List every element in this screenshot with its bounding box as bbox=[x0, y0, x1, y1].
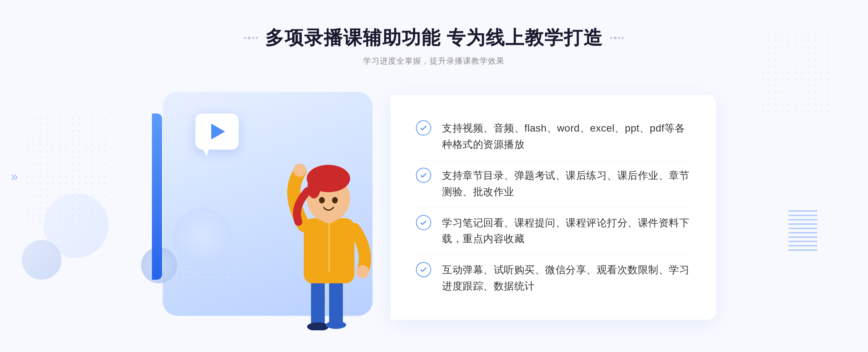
play-speech-bubble bbox=[195, 113, 239, 150]
svg-point-15 bbox=[319, 197, 325, 203]
svg-rect-1 bbox=[22, 116, 109, 224]
page-title: 多项录播课辅助功能 专为线上教学打造 bbox=[265, 25, 603, 51]
svg-point-9 bbox=[293, 164, 306, 177]
svg-point-14 bbox=[310, 176, 320, 196]
feature-text-1: 支持视频、音频、flash、word、excel、ppt、pdf等各种格式的资源… bbox=[442, 120, 691, 153]
decorator-dots-right bbox=[610, 37, 624, 39]
svg-point-8 bbox=[356, 265, 369, 278]
svg-rect-3 bbox=[311, 280, 325, 327]
page-subtitle: 学习进度全掌握，提升录播课教学效果 bbox=[244, 56, 624, 66]
feature-text-2: 支持章节目录、弹题考试、课后练习、课后作业、章节测验、批改作业 bbox=[442, 168, 691, 200]
character-illustration bbox=[271, 135, 387, 330]
check-icon-2 bbox=[416, 168, 431, 183]
check-icon-4 bbox=[416, 262, 431, 277]
svg-point-5 bbox=[307, 322, 329, 330]
main-content: 支持视频、音频、flash、word、excel、ppt、pdf等各种格式的资源… bbox=[145, 85, 723, 330]
decorator-dots-left bbox=[244, 37, 258, 39]
check-icon-1 bbox=[416, 120, 431, 136]
left-nav-arrows[interactable]: » bbox=[11, 168, 18, 184]
check-icon-3 bbox=[416, 215, 431, 230]
feature-text-4: 互动弹幕、试听购买、微信分享、观看次数限制、学习进度跟踪、数据统计 bbox=[442, 262, 691, 295]
svg-rect-2 bbox=[760, 29, 832, 116]
illustration-container bbox=[152, 85, 398, 330]
left-arrow-icon[interactable]: » bbox=[11, 169, 18, 184]
feature-item-4: 互动弹幕、试听购买、微信分享、观看次数限制、学习进度跟踪、数据统计 bbox=[416, 254, 691, 302]
header-section: 多项录播课辅助功能 专为线上教学打造 学习进度全掌握，提升录播课教学效果 bbox=[244, 25, 624, 66]
header-decorators: 多项录播课辅助功能 专为线上教学打造 bbox=[244, 25, 624, 51]
feature-item-1: 支持视频、音频、flash、word、excel、ppt、pdf等各种格式的资源… bbox=[416, 113, 691, 160]
feature-text-3: 学习笔记回看、课程提问、课程评论打分、课件资料下载，重点内容收藏 bbox=[442, 215, 691, 248]
circle-decoration-2 bbox=[174, 207, 231, 265]
page-container: » 多项录播课辅助功能 专为线上教学打造 学习进度全掌握，提升录播课教学效果 bbox=[0, 0, 868, 352]
features-panel: 支持视频、音频、flash、word、excel、ppt、pdf等各种格式的资源… bbox=[391, 95, 716, 319]
svg-point-16 bbox=[332, 197, 338, 203]
play-icon-container bbox=[195, 113, 239, 150]
blue-sidebar-bar bbox=[152, 113, 162, 280]
svg-point-6 bbox=[326, 321, 346, 329]
feature-item-2: 支持章节目录、弹题考试、课后练习、课后作业、章节测验、批改作业 bbox=[416, 160, 691, 207]
play-triangle-icon bbox=[211, 124, 225, 139]
stripe-decoration bbox=[788, 207, 817, 251]
feature-item-3: 学习笔记回看、课程提问、课程评论打分、课件资料下载，重点内容收藏 bbox=[416, 207, 691, 255]
svg-rect-4 bbox=[329, 280, 343, 327]
